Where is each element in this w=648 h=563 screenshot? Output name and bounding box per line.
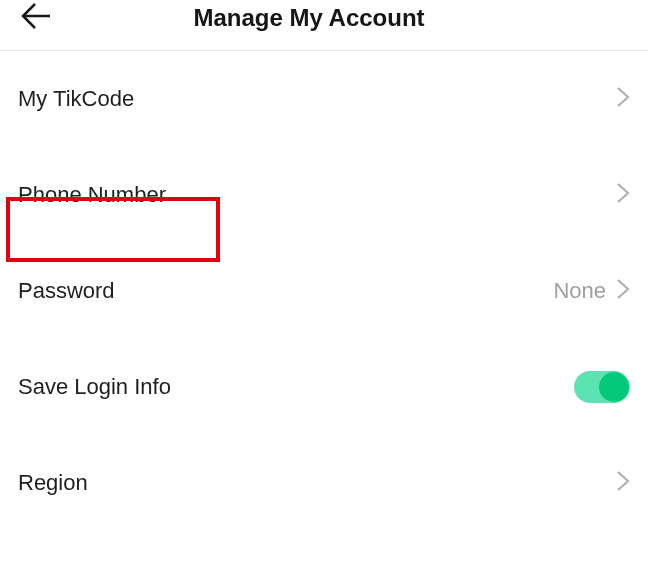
list-item-label: Region bbox=[18, 470, 88, 496]
page-title: Manage My Account bbox=[0, 4, 630, 32]
list-item-phone-number[interactable]: Phone Number bbox=[0, 147, 648, 243]
toggle-knob bbox=[599, 372, 629, 402]
list-item-label: Save Login Info bbox=[18, 374, 171, 400]
list-item-tikcode[interactable]: My TikCode bbox=[0, 51, 648, 147]
settings-list: My TikCode Phone Number Password None Sa… bbox=[0, 51, 648, 531]
back-button[interactable] bbox=[20, 0, 52, 36]
arrow-left-icon bbox=[20, 18, 52, 35]
list-item-save-login: Save Login Info bbox=[0, 339, 648, 435]
chevron-right-icon bbox=[616, 182, 630, 208]
list-item-label: Password bbox=[18, 278, 115, 304]
list-item-right bbox=[574, 371, 630, 403]
chevron-right-icon bbox=[616, 278, 630, 304]
save-login-toggle[interactable] bbox=[574, 371, 630, 403]
list-item-right bbox=[616, 86, 630, 112]
list-item-right bbox=[616, 470, 630, 496]
list-item-region[interactable]: Region bbox=[0, 435, 648, 531]
list-item-right: None bbox=[553, 278, 630, 304]
chevron-right-icon bbox=[616, 470, 630, 496]
list-item-label: Phone Number bbox=[18, 182, 166, 208]
header: Manage My Account bbox=[0, 0, 648, 51]
list-item-right bbox=[616, 182, 630, 208]
list-item-value: None bbox=[553, 278, 606, 304]
chevron-right-icon bbox=[616, 86, 630, 112]
list-item-label: My TikCode bbox=[18, 86, 134, 112]
list-item-password[interactable]: Password None bbox=[0, 243, 648, 339]
